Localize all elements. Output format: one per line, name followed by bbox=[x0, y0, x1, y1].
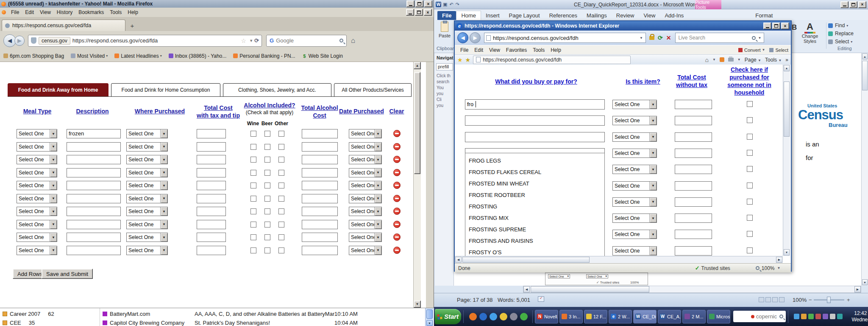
add-favorite-icon[interactable]: ★ bbox=[465, 56, 471, 63]
inner-minimize-button[interactable] bbox=[406, 9, 414, 16]
description-input[interactable] bbox=[67, 233, 121, 242]
word-count[interactable]: Words: 5,001 bbox=[498, 297, 530, 303]
is-this-item-select[interactable]: Select One▼ bbox=[612, 246, 657, 256]
tab-mailings[interactable]: Mailings bbox=[582, 11, 612, 20]
forward-button[interactable]: ▶ bbox=[14, 36, 25, 46]
quick-launch-icon[interactable] bbox=[490, 313, 497, 320]
minimize-button[interactable] bbox=[763, 22, 771, 29]
bookmark-item[interactable]: Most Visited▾ bbox=[71, 53, 108, 59]
zoom-slider-thumb[interactable] bbox=[827, 297, 831, 303]
menu-view[interactable]: View bbox=[486, 46, 503, 54]
scroll-thumb[interactable] bbox=[784, 82, 790, 137]
bookmark-item[interactable]: Personal Banking - PN... bbox=[233, 53, 295, 59]
not-in-household-checkbox[interactable] bbox=[747, 117, 753, 123]
url-text[interactable]: https://respond.census.gov/ced/fdh bbox=[493, 35, 639, 41]
ie-vertical-scrollbar[interactable]: ▲ ▼ bbox=[783, 65, 790, 256]
taskbar-button-2-w-[interactable]: e2 W... bbox=[609, 310, 632, 323]
scroll-right-icon[interactable]: ▶ bbox=[854, 286, 861, 292]
meal-type-select[interactable]: Select One▼ bbox=[17, 246, 57, 255]
mail-message-row[interactable]: Capitol City Brewing CompanySt. Patrick'… bbox=[103, 318, 425, 326]
wine-checkbox[interactable] bbox=[250, 170, 256, 176]
maximize-button[interactable] bbox=[415, 0, 423, 7]
inner-restore-button[interactable] bbox=[415, 9, 423, 16]
menu-edit[interactable]: Edit bbox=[471, 46, 486, 54]
page-menu[interactable]: Page ▼ bbox=[745, 57, 761, 63]
word-horizontal-scrollbar[interactable]: ◀ ▶ bbox=[523, 286, 861, 293]
alcohol-cost-input[interactable] bbox=[302, 220, 338, 229]
total-cost-input[interactable] bbox=[197, 233, 226, 242]
scroll-right-icon[interactable]: ▶ bbox=[776, 257, 782, 263]
start-button[interactable]: Start bbox=[435, 309, 461, 324]
close-button[interactable]: × bbox=[858, 1, 866, 8]
mail-folder-row[interactable]: Career 200762 bbox=[3, 309, 98, 318]
where-purchased-select[interactable]: Select One▼ bbox=[126, 246, 168, 255]
alcohol-cost-input[interactable] bbox=[302, 129, 338, 138]
total-cost-input[interactable] bbox=[197, 220, 226, 229]
other-checkbox[interactable] bbox=[278, 208, 284, 214]
menu-help[interactable]: Help bbox=[125, 8, 141, 16]
rss-feed-icon[interactable] bbox=[720, 57, 724, 62]
is-this-item-select[interactable]: Select One▼ bbox=[612, 116, 657, 125]
beer-checkbox[interactable] bbox=[264, 157, 270, 163]
home-button[interactable]: ⌂ bbox=[351, 37, 355, 45]
clear-row-button[interactable] bbox=[393, 156, 401, 163]
menu-history[interactable]: History bbox=[54, 8, 75, 16]
other-checkbox[interactable] bbox=[278, 247, 284, 253]
is-this-item-select[interactable]: Select One▼ bbox=[612, 100, 657, 109]
where-purchased-select[interactable]: Select One▼ bbox=[126, 194, 168, 203]
editing-find-button[interactable]: Find▾ bbox=[828, 22, 848, 28]
wine-checkbox[interactable] bbox=[250, 247, 256, 253]
quick-launch-icon[interactable] bbox=[500, 313, 507, 320]
more-toolbar-icon[interactable]: » bbox=[785, 57, 788, 63]
total-cost-input[interactable] bbox=[197, 246, 226, 255]
menu-tools[interactable]: Tools bbox=[107, 8, 125, 16]
bookmark-item[interactable]: Latest Headlines▾ bbox=[114, 53, 161, 59]
description-input[interactable]: frozen bbox=[67, 129, 121, 138]
search-dropdown-icon[interactable]: ▼ bbox=[758, 36, 762, 40]
clear-row-button[interactable] bbox=[393, 247, 401, 254]
redo-icon[interactable]: ↷ bbox=[456, 2, 459, 7]
description-input[interactable] bbox=[67, 194, 121, 203]
total-cost-input[interactable] bbox=[675, 116, 712, 125]
where-purchased-select[interactable]: Select One▼ bbox=[126, 168, 168, 177]
where-purchased-select[interactable]: Select One▼ bbox=[126, 142, 168, 152]
tab-insert[interactable]: Insert bbox=[481, 11, 504, 20]
wine-checkbox[interactable] bbox=[250, 234, 256, 240]
beer-checkbox[interactable] bbox=[264, 234, 270, 240]
search-bar[interactable]: G Google bbox=[266, 35, 347, 47]
mail-vertical-scrollbar[interactable]: ▼ bbox=[425, 308, 434, 326]
clear-row-button[interactable] bbox=[393, 233, 401, 241]
total-cost-input[interactable] bbox=[197, 194, 226, 203]
tab-add-ins[interactable]: Add-Ins bbox=[660, 11, 688, 20]
other-checkbox[interactable] bbox=[278, 157, 284, 163]
editing-select-button[interactable]: Select▾ bbox=[828, 39, 852, 45]
print-icon[interactable] bbox=[728, 58, 734, 62]
scroll-up-icon[interactable]: ▲ bbox=[862, 53, 868, 59]
alcohol-cost-input[interactable] bbox=[302, 168, 338, 177]
item-description-input[interactable] bbox=[465, 115, 605, 126]
description-input[interactable] bbox=[67, 246, 121, 255]
total-cost-input[interactable] bbox=[197, 207, 226, 216]
total-cost-input[interactable] bbox=[675, 246, 712, 256]
mail-message-row[interactable]: BatteryMart.comAA, AAA, C, D, and other … bbox=[103, 309, 425, 318]
taskbar-button-ce-di-[interactable]: WCE_Di... bbox=[633, 310, 657, 323]
restore-button[interactable] bbox=[772, 22, 780, 29]
is-this-item-select[interactable]: Select One▼ bbox=[612, 149, 657, 158]
autocomplete-item[interactable]: FROSTIE ROOTBEER bbox=[469, 192, 525, 198]
wine-checkbox[interactable] bbox=[250, 222, 256, 228]
meal-type-select[interactable]: Select One▼ bbox=[17, 129, 57, 138]
where-purchased-select[interactable]: Select One▼ bbox=[126, 233, 168, 242]
not-in-household-checkbox[interactable] bbox=[747, 150, 753, 156]
date-purchased-select[interactable]: Select One▼ bbox=[349, 207, 382, 216]
clear-row-button[interactable] bbox=[393, 169, 401, 176]
view-web-layout-icon[interactable] bbox=[772, 297, 778, 302]
tray-icon[interactable] bbox=[801, 314, 807, 319]
zoom-in-icon[interactable]: + bbox=[847, 297, 850, 303]
zoom-level[interactable]: 100% bbox=[793, 297, 807, 303]
bookmark-item[interactable]: 6pm.com Shopping Bag bbox=[3, 53, 64, 59]
wine-checkbox[interactable] bbox=[250, 183, 256, 188]
total-cost-input[interactable] bbox=[675, 214, 712, 223]
navigation-search-input[interactable]: prefill bbox=[436, 63, 453, 70]
description-input[interactable] bbox=[67, 181, 121, 190]
autocomplete-item[interactable]: FROSTED FLAKES CEREAL bbox=[469, 169, 541, 175]
